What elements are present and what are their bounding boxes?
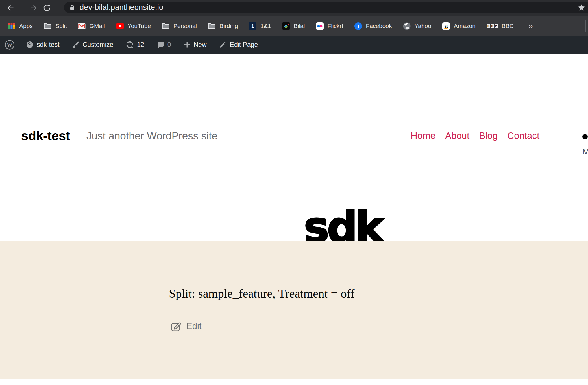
site-title[interactable]: sdk-test xyxy=(21,128,70,143)
menu-label-partial[interactable]: M xyxy=(582,147,588,156)
nav-link-blog[interactable]: Blog xyxy=(479,130,498,141)
apps-grid-icon xyxy=(8,22,16,30)
wp-logo-menu[interactable]: W xyxy=(5,40,15,50)
bookmark-amazon[interactable]: a Amazon xyxy=(442,22,476,30)
nav-link-about[interactable]: About xyxy=(445,130,469,141)
edit-pencil-icon xyxy=(169,320,181,332)
svg-text:W: W xyxy=(7,42,12,48)
lock-icon[interactable] xyxy=(69,4,76,11)
header-divider xyxy=(568,128,568,145)
bookmark-youtube[interactable]: YouTube xyxy=(116,22,151,30)
forward-button[interactable] xyxy=(28,2,40,14)
bookmarks-overflow-chevron[interactable]: » xyxy=(528,21,533,31)
admin-customize[interactable]: Customize xyxy=(72,41,114,49)
admin-updates[interactable]: 12 xyxy=(126,41,144,49)
updates-icon xyxy=(126,41,134,49)
bookmark-label: Personal xyxy=(173,23,197,29)
admin-customize-label: Customize xyxy=(83,41,114,49)
bookmark-label: Flickr! xyxy=(327,23,343,29)
bookmark-bilal[interactable]: Bilal xyxy=(282,22,305,30)
bookmark-birding[interactable]: Birding xyxy=(208,22,238,30)
wordpress-logo-icon: W xyxy=(5,40,15,50)
reload-icon xyxy=(43,4,51,12)
bookmark-star-icon[interactable] xyxy=(577,3,586,13)
bookmark-label: GMail xyxy=(90,23,105,29)
bookmark-yahoo[interactable]: Yahoo xyxy=(403,22,431,30)
bookmark-flickr[interactable]: Flickr! xyxy=(316,22,343,30)
bookmark-label: Facebook xyxy=(366,23,392,29)
folder-icon xyxy=(44,22,52,30)
edit-post-link[interactable]: Edit xyxy=(169,320,201,332)
bookmarks-divider xyxy=(585,20,586,32)
yahoo-globe-icon xyxy=(403,22,411,30)
search-dot-icon[interactable] xyxy=(582,134,588,139)
split-treatment-text: Split: sample_feature, Treatment = off xyxy=(169,286,355,300)
bookmark-label: Yahoo xyxy=(415,23,431,29)
nav-link-home[interactable]: Home xyxy=(411,130,435,141)
facebook-icon: f xyxy=(354,22,362,30)
address-bar[interactable]: dev-bilal.pantheonsite.io xyxy=(64,2,588,13)
back-button[interactable] xyxy=(5,2,16,14)
bookmark-bbc[interactable]: BBC BBC xyxy=(487,22,514,30)
admin-site-name[interactable]: sdk-test xyxy=(26,41,60,49)
bookmarks-bar: Apps Split GMail YouTube Personal Birdin… xyxy=(0,16,588,36)
reload-button[interactable] xyxy=(41,2,53,14)
admin-new-label: New xyxy=(194,41,207,49)
page-content-section: Split: sample_feature, Treatment = off E… xyxy=(0,241,588,379)
bookmark-label: Bilal xyxy=(294,23,305,29)
admin-updates-count: 12 xyxy=(137,41,144,49)
admin-new[interactable]: New xyxy=(184,41,207,49)
bottom-strip xyxy=(0,379,588,385)
bookmark-facebook[interactable]: f Facebook xyxy=(354,22,392,30)
bookmark-label: Amazon xyxy=(454,23,476,29)
dashboard-gauge-icon xyxy=(26,41,34,49)
folder-icon xyxy=(208,22,216,30)
bookmark-label: YouTube xyxy=(128,23,151,29)
amazon-icon: a xyxy=(442,22,450,30)
nav-link-contact[interactable]: Contact xyxy=(507,130,539,141)
folder-icon xyxy=(162,22,170,30)
admin-edit-page-label: Edit Page xyxy=(230,41,258,49)
svg-text:1: 1 xyxy=(251,23,254,29)
bookmark-personal[interactable]: Personal xyxy=(162,22,197,30)
pencil-icon xyxy=(219,41,227,49)
main-navigation: Home About Blog Contact xyxy=(411,130,539,141)
admin-edit-page[interactable]: Edit Page xyxy=(219,41,258,49)
svg-text:a: a xyxy=(445,22,448,29)
edit-link-label: Edit xyxy=(186,321,201,331)
wp-admin-bar: W sdk-test Customize 12 0 New Edit Page xyxy=(0,36,588,54)
site-tagline: Just another WordPress site xyxy=(86,130,217,142)
site-header: sdk-test Just another WordPress site Hom… xyxy=(0,54,588,241)
flickr-icon xyxy=(316,22,324,30)
oneandone-icon: 1 xyxy=(249,22,257,30)
admin-comments[interactable]: 0 xyxy=(157,41,171,49)
svg-text:C: C xyxy=(495,25,497,28)
bookmark-label: Split xyxy=(55,23,67,29)
bookmark-label: 1&1 xyxy=(260,23,271,29)
svg-text:f: f xyxy=(358,23,360,29)
url-text[interactable]: dev-bilal.pantheonsite.io xyxy=(80,3,163,12)
browser-toolbar: dev-bilal.pantheonsite.io xyxy=(0,0,588,16)
hummingbird-icon xyxy=(282,22,290,30)
svg-text:B: B xyxy=(487,25,489,28)
comment-bubble-icon xyxy=(157,41,164,49)
bookmark-label: Birding xyxy=(219,23,238,29)
bbc-icon: BBC xyxy=(487,22,498,30)
admin-comments-count: 0 xyxy=(167,41,171,49)
bookmark-split[interactable]: Split xyxy=(44,22,67,30)
plus-icon xyxy=(184,41,191,48)
svg-text:B: B xyxy=(491,25,493,28)
youtube-icon xyxy=(116,22,124,30)
bookmark-label: Apps xyxy=(19,23,33,29)
paintbrush-icon xyxy=(72,41,80,49)
bookmark-gmail[interactable]: GMail xyxy=(78,22,105,30)
forward-arrow-icon xyxy=(29,4,38,12)
bookmark-1and1[interactable]: 1 1&1 xyxy=(249,22,271,30)
back-arrow-icon xyxy=(6,4,15,12)
bookmark-apps[interactable]: Apps xyxy=(8,22,33,30)
admin-site-name-label: sdk-test xyxy=(37,41,60,49)
bookmark-label: BBC xyxy=(502,23,514,29)
gmail-icon xyxy=(78,22,86,30)
